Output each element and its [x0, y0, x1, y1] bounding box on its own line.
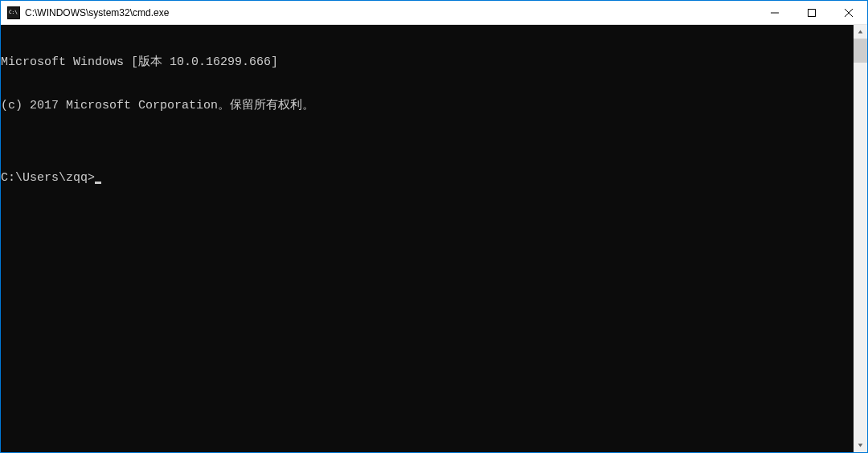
scroll-track[interactable]	[854, 39, 867, 439]
prompt-text: C:\Users\zqq>	[1, 171, 95, 186]
content-area: Microsoft Windows [版本 10.0.16299.666] (c…	[1, 25, 867, 452]
prompt-line: C:\Users\zqq>	[1, 171, 854, 186]
minimize-button[interactable]	[756, 1, 793, 24]
scroll-up-arrow[interactable]	[854, 25, 867, 39]
scroll-down-arrow[interactable]	[854, 439, 867, 452]
cursor	[95, 182, 101, 184]
svg-marker-8	[858, 443, 863, 447]
svg-text:C:\: C:\	[9, 9, 18, 14]
copyright-line: (c) 2017 Microsoft Corporation。保留所有权利。	[1, 99, 854, 113]
cmd-window: C:\ C:\WINDOWS\system32\cmd.exe Microsof…	[0, 0, 868, 453]
window-title: C:\WINDOWS\system32\cmd.exe	[25, 7, 756, 18]
terminal-output[interactable]: Microsoft Windows [版本 10.0.16299.666] (c…	[1, 25, 854, 452]
window-controls	[756, 1, 867, 24]
svg-rect-4	[809, 9, 816, 16]
version-line: Microsoft Windows [版本 10.0.16299.666]	[1, 55, 854, 70]
scroll-thumb[interactable]	[854, 39, 867, 63]
close-button[interactable]	[830, 1, 867, 24]
cmd-icon: C:\	[7, 6, 20, 19]
maximize-button[interactable]	[793, 1, 830, 24]
svg-marker-7	[858, 30, 863, 33]
vertical-scrollbar[interactable]	[854, 25, 867, 452]
titlebar[interactable]: C:\ C:\WINDOWS\system32\cmd.exe	[1, 1, 867, 25]
